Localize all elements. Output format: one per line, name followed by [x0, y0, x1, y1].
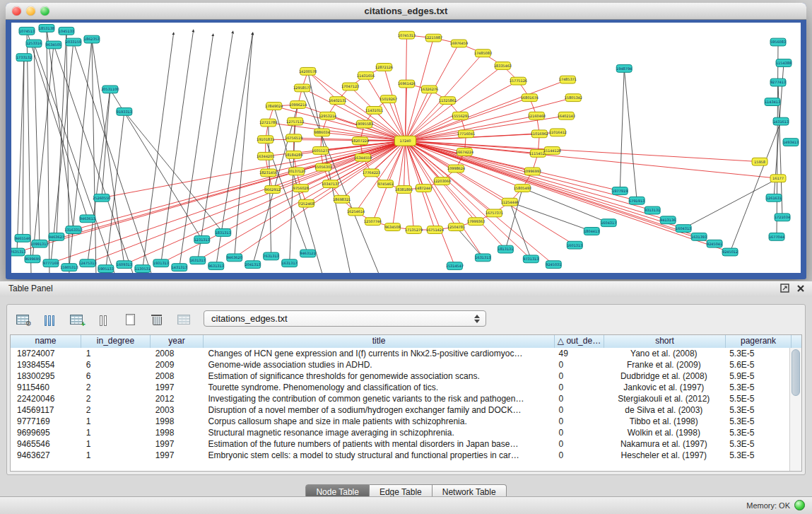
- graph-node[interactable]: 15144128: [543, 147, 561, 155]
- column-header-0[interactable]: name: [11, 335, 81, 348]
- graph-node[interactable]: 15314547: [446, 262, 464, 270]
- edit-table-button[interactable]: +: [65, 309, 88, 330]
- graph-node[interactable]: 16055271: [312, 147, 329, 155]
- graph-node[interactable]: 18184289: [285, 151, 302, 158]
- column-chooser-button[interactable]: [92, 309, 114, 330]
- graph-node[interactable]: 15556291: [452, 112, 469, 119]
- graph-node[interactable]: 13163313: [64, 226, 82, 234]
- graph-node[interactable]: 1853138: [39, 24, 54, 32]
- graph-node[interactable]: 1154388: [776, 59, 792, 67]
- graph-node[interactable]: 2041313: [245, 261, 261, 269]
- graph-node[interactable]: 1253316: [26, 40, 42, 47]
- table-panel-titlebar[interactable]: Table Panel: [0, 281, 812, 298]
- column-header-3[interactable]: title: [204, 335, 555, 348]
- table-row[interactable]: 1830029562008Estimation of significance …: [11, 370, 790, 382]
- graph-node[interactable]: 1804413: [584, 228, 599, 235]
- graph-node[interactable]: 12475313: [78, 259, 96, 267]
- graph-node[interactable]: 1231313: [194, 235, 210, 243]
- graph-node[interactable]: 6791913: [629, 197, 645, 204]
- graph-node[interactable]: 12215987: [425, 34, 442, 42]
- table-row[interactable]: 977716911998Corpus callosum shape and si…: [11, 416, 790, 427]
- graph-node[interactable]: 11016962: [531, 130, 548, 138]
- graph-node[interactable]: 17485083: [474, 49, 492, 57]
- graph-node[interactable]: 9277413: [770, 78, 786, 86]
- graph-node[interactable]: 1948794: [616, 64, 632, 72]
- graph-node[interactable]: 16177: [770, 175, 786, 182]
- graph-node[interactable]: 2033159: [66, 38, 81, 46]
- graph-node[interactable]: 12203060: [433, 177, 451, 185]
- graph-node[interactable]: 16961426: [398, 80, 416, 88]
- graph-node[interactable]: 10996214: [289, 101, 307, 109]
- graph-node[interactable]: 16254614: [347, 208, 365, 216]
- graph-node[interactable]: 9245041: [707, 240, 722, 247]
- graph-node[interactable]: 1493413: [783, 139, 799, 146]
- graph-node[interactable]: 5905133: [98, 265, 114, 273]
- graph-node[interactable]: 11254446: [501, 198, 519, 206]
- graph-node[interactable]: 12872126: [375, 64, 393, 71]
- graph-node[interactable]: 15958: [752, 158, 767, 165]
- float-panel-icon[interactable]: [780, 284, 789, 293]
- zoom-window-button[interactable]: [40, 6, 49, 16]
- graph-node[interactable]: 9245031: [546, 261, 561, 269]
- graph-node[interactable]: 16801674: [521, 94, 539, 102]
- citation-network-graph[interactable]: 1724010745313122159871697645917485083183…: [11, 23, 801, 273]
- table-row[interactable]: 1872400712008Changes of HCN gene express…: [11, 348, 790, 359]
- graph-node[interactable]: 11431011: [365, 106, 383, 114]
- graph-node[interactable]: 10998624: [447, 165, 465, 173]
- graph-node[interactable]: 11431656: [357, 71, 375, 79]
- graph-node[interactable]: 1074513: [19, 27, 35, 35]
- column-header-1[interactable]: in_degree: [81, 335, 151, 348]
- graph-node[interactable]: 16674224: [456, 148, 473, 156]
- graph-node[interactable]: 1601313: [567, 241, 582, 249]
- graph-node[interactable]: 1604313: [676, 225, 691, 233]
- graph-node[interactable]: 16757371: [486, 209, 503, 217]
- close-window-button[interactable]: [12, 6, 21, 16]
- graph-node[interactable]: 17485371: [559, 76, 577, 83]
- graph-node[interactable]: 9631313: [208, 262, 224, 270]
- graph-node[interactable]: 9463627: [49, 233, 64, 240]
- graph-node[interactable]: 16344205: [257, 152, 274, 160]
- graph-node[interactable]: 7252468: [299, 199, 314, 207]
- graph-node[interactable]: 1813131: [498, 245, 513, 253]
- graph-node[interactable]: 1677044: [769, 233, 784, 240]
- graph-node[interactable]: 17999363: [467, 218, 485, 226]
- graph-node[interactable]: 17716041: [457, 130, 475, 138]
- scrollbar-thumb[interactable]: [792, 349, 800, 396]
- graph-node[interactable]: 1733132: [16, 54, 32, 62]
- graph-node[interactable]: 1431313: [172, 264, 187, 271]
- graph-node[interactable]: 9886034: [314, 129, 330, 136]
- graph-node[interactable]: 20531100: [101, 86, 119, 93]
- graph-node[interactable]: 16344559: [354, 153, 372, 161]
- graph-node[interactable]: 1631313: [190, 257, 206, 264]
- close-panel-icon[interactable]: [796, 284, 805, 293]
- table-row[interactable]: 1456911722003Disruption of a novel membe…: [11, 404, 790, 416]
- graph-node[interactable]: 15056301: [314, 163, 332, 171]
- graph-node[interactable]: 16402143: [558, 112, 575, 119]
- graph-node[interactable]: 1431613: [773, 117, 789, 125]
- graph-node[interactable]: 11325862: [439, 97, 457, 105]
- graph-node[interactable]: 1130531: [135, 265, 151, 273]
- graph-node[interactable]: 12504781: [447, 223, 465, 231]
- graph-node[interactable]: 16756519: [285, 134, 302, 142]
- graph-node[interactable]: 12757112: [286, 117, 304, 125]
- graph-node[interactable]: 1143413: [765, 98, 780, 106]
- graph-node[interactable]: 9634505: [46, 41, 61, 49]
- column-header-5[interactable]: short: [604, 335, 726, 348]
- graph-node[interactable]: 9777169: [43, 259, 59, 267]
- graph-node[interactable]: 12958577: [293, 84, 311, 92]
- table-row[interactable]: 1938455462009Genome-wide association stu…: [11, 359, 790, 370]
- minimize-window-button[interactable]: [26, 6, 35, 16]
- graph-node[interactable]: 1977919: [612, 187, 628, 195]
- column-header-2[interactable]: year: [151, 335, 204, 348]
- column-header-6[interactable]: pagerank: [726, 335, 792, 348]
- graph-node[interactable]: 18381895: [395, 186, 413, 194]
- graph-node[interactable]: 1631313: [475, 254, 490, 262]
- graph-node[interactable]: 9313131: [645, 206, 660, 214]
- graph-node[interactable]: 1631393: [691, 233, 707, 240]
- graph-node[interactable]: 9662912: [265, 186, 281, 194]
- graph-hub-node[interactable]: 17240: [395, 136, 416, 146]
- graph-node[interactable]: 19095583: [355, 120, 373, 128]
- graph-node[interactable]: 12953214: [319, 112, 336, 119]
- graph-node[interactable]: 12160468: [528, 112, 546, 119]
- graph-node[interactable]: 17635313: [11, 248, 26, 256]
